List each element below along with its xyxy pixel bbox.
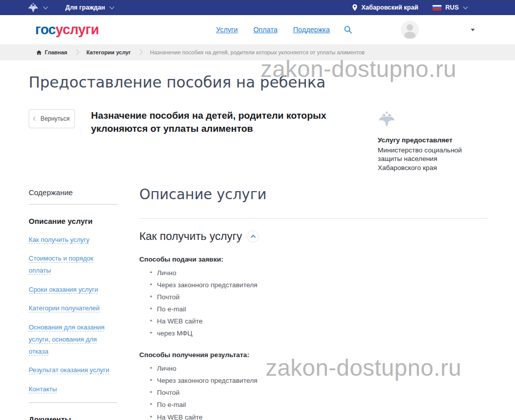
avatar-head xyxy=(406,24,413,31)
nav-support[interactable]: Поддержка xyxy=(293,26,330,34)
sidebar-heading-description: Описание услуги xyxy=(29,217,117,225)
gosuslugi-logo[interactable]: госуслуги xyxy=(35,22,99,38)
section-title: Описание услуги xyxy=(139,186,487,203)
sidebar-link-how-to-get[interactable]: Как получить услугу xyxy=(29,236,90,243)
list-item: По e-mail xyxy=(150,400,487,410)
breadcrumb-current: Назначение пособия на детей, родители ко… xyxy=(150,49,365,55)
header: госуслуги Услуги Оплата Поддержка xyxy=(0,15,515,44)
sidebar-link-grounds[interactable]: Основания для оказания услуги, основания… xyxy=(29,323,105,355)
topbar: Для граждан Хабаровский край RUS xyxy=(0,0,515,15)
list-item: Почтой xyxy=(150,293,487,302)
chevron-down-icon[interactable] xyxy=(43,5,48,10)
language-selector[interactable]: RUS xyxy=(446,4,459,11)
list-item: На WEB сайте xyxy=(150,413,487,420)
divider xyxy=(139,218,487,219)
list-item: Через законного представителя xyxy=(150,376,487,386)
apply-methods-label: Способы подачи заявки: xyxy=(139,256,487,263)
chevron-down-icon xyxy=(109,5,114,10)
divider xyxy=(29,402,117,403)
list-item: Почтой xyxy=(150,388,487,398)
list-item: Лично xyxy=(150,269,487,278)
content: Предоставление пособия на ребенка Вернут… xyxy=(0,60,515,420)
sidebar: Содержание Описание услуги Как получить … xyxy=(29,186,117,420)
sidebar-links: Как получить услугу Стоимость и порядок … xyxy=(29,233,117,395)
sidebar-heading-documents: Документы xyxy=(29,415,117,420)
state-emblem-icon[interactable] xyxy=(28,2,39,13)
search-icon[interactable] xyxy=(344,25,353,34)
provider-name: Министерство социальной защиты населения… xyxy=(378,146,472,172)
logo-part-red: услуги xyxy=(56,22,99,37)
main-section: Описание услуги Как получить услугу Спос… xyxy=(139,186,487,420)
topbar-right: Хабаровский край RUS xyxy=(352,4,515,11)
how-to-header: Как получить услугу xyxy=(139,230,487,243)
sidebar-link-categories[interactable]: Категории получателей xyxy=(29,304,100,312)
breadcrumb-home-label: Главная xyxy=(45,49,67,55)
account-caret-down-icon[interactable] xyxy=(471,29,475,31)
avatar[interactable] xyxy=(401,21,419,39)
russian-flag-icon xyxy=(433,5,442,11)
sidebar-link-contacts[interactable]: Контакты xyxy=(29,385,57,393)
service-subtitle: Назначение пособия на детей, родители ко… xyxy=(91,109,365,135)
breadcrumb-separator-icon xyxy=(73,49,79,55)
page-title: Предоставление пособия на ребенка xyxy=(29,73,515,91)
list-item: По e-mail xyxy=(150,305,487,314)
columns: Содержание Описание услуги Как получить … xyxy=(29,186,515,420)
topbar-left: Для граждан xyxy=(0,2,114,13)
sidebar-link-cost[interactable]: Стоимость и порядок оплаты xyxy=(29,255,93,274)
breadcrumb-home[interactable]: Главная xyxy=(36,49,67,55)
provider-block: Услугу предоставляет Министерство социал… xyxy=(378,109,472,172)
sidebar-link-result[interactable]: Результат оказания услуги xyxy=(29,366,109,374)
ministry-emblem-icon xyxy=(378,109,472,131)
chevron-left-icon xyxy=(33,117,37,121)
avatar-shoulders xyxy=(404,32,415,39)
list-item: На WEB сайте xyxy=(150,317,487,326)
region-selector[interactable]: Хабаровский край xyxy=(361,4,418,11)
list-item: Лично xyxy=(150,364,487,374)
provider-label: Услугу предоставляет xyxy=(378,136,472,144)
how-to-title: Как получить услугу xyxy=(139,230,242,243)
breadcrumb-separator-icon xyxy=(137,49,143,55)
for-citizens-label: Для граждан xyxy=(65,4,105,11)
for-citizens-menu[interactable]: Для граждан xyxy=(65,4,114,11)
chevron-down-icon[interactable] xyxy=(463,5,468,10)
location-pin-icon xyxy=(352,4,358,11)
main-nav: Услуги Оплата Поддержка xyxy=(216,25,353,34)
apply-methods-list: Лично Через законного представителя Почт… xyxy=(139,269,487,339)
breadcrumb-categories[interactable]: Категории услуг xyxy=(87,49,131,55)
lead-row: Вернуться Назначение пособия на детей, р… xyxy=(29,109,515,172)
sidebar-title: Содержание xyxy=(29,186,117,197)
list-item: Через законного представителя xyxy=(150,281,487,290)
nav-payment[interactable]: Оплата xyxy=(253,26,278,34)
result-methods-label: Способы получения результата: xyxy=(139,351,487,359)
list-item: через МФЦ xyxy=(150,329,487,339)
sidebar-link-terms[interactable]: Сроки оказания услуги xyxy=(29,286,98,293)
logo-part-blue: гос xyxy=(35,22,56,37)
result-methods-list: Лично Через законного представителя Почт… xyxy=(139,364,487,420)
chevron-up-icon xyxy=(250,234,255,239)
divider xyxy=(29,204,117,205)
back-button[interactable]: Вернуться xyxy=(29,109,75,128)
back-button-label: Вернуться xyxy=(40,115,69,122)
home-icon xyxy=(36,50,42,55)
nav-services[interactable]: Услуги xyxy=(216,26,238,34)
breadcrumb: Главная Категории услуг Назначение пособ… xyxy=(0,44,515,60)
collapse-section-button[interactable] xyxy=(247,230,259,242)
